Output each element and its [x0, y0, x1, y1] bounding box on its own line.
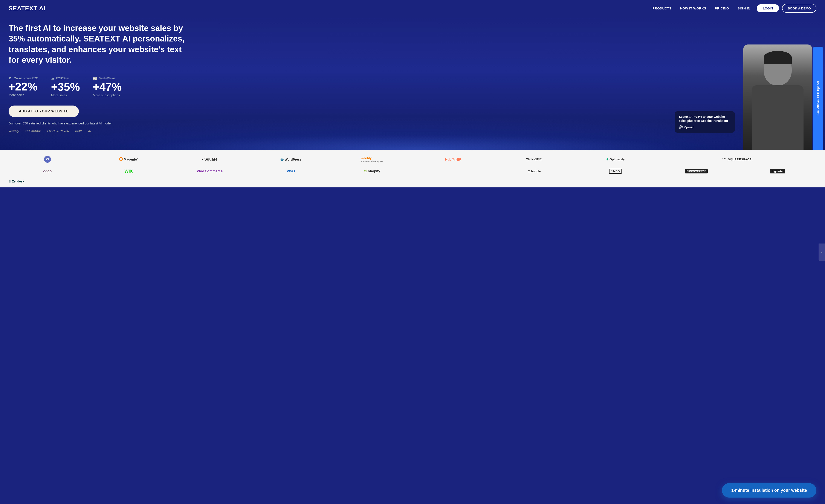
integration-squarespace[interactable]: 〰 SQUARESPACE [658, 157, 816, 162]
shopify-logo: 🛍 shopify [364, 169, 380, 173]
vwo-logo: VWO [287, 169, 295, 173]
integration-wordpress[interactable]: ⊕ WordPress [252, 157, 330, 162]
monitor-icon: 🖥 [9, 76, 12, 80]
weebly-logo: weebly eCommerce by ▪ Square [361, 156, 383, 162]
zendesk-logo: ⊛ Zendesk [9, 180, 24, 183]
integration-magento[interactable]: ⬡ Magento° [90, 156, 168, 162]
integration-woocommerce[interactable]: Woo Commerce [171, 169, 248, 173]
nav-buttons: LOGIN BOOK A DEMO [757, 4, 816, 13]
client-logo-mountain: ⛰ [88, 129, 91, 133]
stat-number-2: +35% [51, 81, 80, 92]
nav-sign-in[interactable]: SIGN IN [738, 6, 750, 10]
odoo-logo: odoo [43, 169, 52, 173]
openai-logo-text: OpenAI [684, 126, 693, 129]
person-image [743, 45, 812, 150]
person-name-label: Sam Altman, CEO OpenAI [816, 81, 820, 116]
nav-links: PRODUCTS HOW IT WORKS PRICING SIGN IN [653, 6, 750, 10]
client-logo-teashop: TEA☀SHOP [25, 129, 41, 133]
integration-zendesk[interactable]: ⊛ Zendesk [9, 180, 24, 183]
thinkific-logo: THINKIFIC [526, 158, 542, 161]
integrations-row-2: odoo WIX Woo Commerce VWO 🛍 shopify ⊙. [0, 169, 825, 180]
client-logo-velivery: velivery [9, 129, 19, 133]
nav-how-it-works[interactable]: HOW IT WORKS [680, 6, 706, 10]
stat-media: 📰 Media/News +47% More subscriptions [93, 76, 122, 97]
stat-label-1: More sales [9, 93, 38, 97]
brand-logo: SEATEXT AI [9, 5, 46, 12]
openai-logo-icon [679, 125, 683, 129]
integration-thinkific[interactable]: THINKIFIC [496, 158, 573, 161]
stat-label-3: More subscriptions [93, 93, 122, 97]
hero-sub-text: Join over 850 satisfied clients who have… [9, 122, 116, 125]
integration-shopify[interactable]: 🛍 shopify [333, 169, 411, 173]
stat-category-1: 🖥 Online stores/B2C [9, 76, 38, 80]
bigcartel-logo: bigcartel [770, 169, 785, 173]
integration-bigcommerce[interactable]: BIGCOMMERCE [658, 169, 735, 173]
stat-category-2: ☁ B2B/Saas [51, 76, 80, 80]
optimizely-logo: ✦ Optimizely [606, 157, 625, 161]
openai-badge: Seatext AI +35% to your website sales pl… [675, 111, 735, 133]
wordpress-logo: ⊕ WordPress [280, 157, 302, 162]
hero-stats: 🖥 Online stores/B2C +22% More sales ☁ B2… [9, 76, 816, 97]
integration-vwo[interactable]: VWO [252, 169, 330, 173]
integration-odoo[interactable]: odoo [9, 169, 86, 173]
stat-number-1: +22% [9, 81, 38, 92]
integrations-row-3: ⊛ Zendesk [0, 180, 825, 188]
stat-online-stores: 🖥 Online stores/B2C +22% More sales [9, 76, 38, 97]
w-logo: W [44, 156, 51, 163]
bubble-logo: ⊙.bubble [528, 169, 541, 173]
integration-jimdo[interactable]: JIMDO [577, 169, 654, 174]
hero-glow-decoration [82, 107, 743, 150]
magento-logo: ⬡ Magento° [119, 156, 138, 162]
client-logo-fjallraven: ⬡ FJALL RAVEN [47, 129, 69, 133]
openai-logo-row: OpenAI [679, 125, 731, 129]
nav-products[interactable]: PRODUCTS [653, 6, 671, 10]
squarespace-logo: 〰 SQUARESPACE [722, 157, 752, 162]
hero-title: The first AI to increase your website sa… [9, 23, 185, 66]
integration-square[interactable]: ▪ Square [171, 157, 248, 162]
person-card: Sam Altman, CEO OpenAI [743, 38, 825, 150]
integration-w[interactable]: W [9, 156, 86, 163]
hubspot-logo: HubSp⬤t [445, 157, 461, 161]
jimdo-logo: JIMDO [609, 169, 621, 174]
client-logo-dsw: DSW [75, 129, 82, 133]
hero-section: The first AI to increase your website sa… [0, 16, 825, 150]
navbar: SEATEXT AI PRODUCTS HOW IT WORKS PRICING… [0, 0, 825, 16]
stat-label-2: More sales [51, 93, 80, 97]
integration-optimizely[interactable]: ✦ Optimizely [577, 157, 654, 161]
integration-hubspot[interactable]: HubSp⬤t [414, 157, 492, 161]
woocommerce-logo: Woo Commerce [197, 169, 223, 173]
demo-button[interactable]: BOOK A DEMO [782, 4, 816, 13]
openai-badge-title: Seatext AI +35% to your website sales pl… [679, 115, 731, 123]
login-button[interactable]: LOGIN [757, 4, 779, 12]
integration-weebly[interactable]: weebly eCommerce by ▪ Square [333, 156, 411, 162]
integration-bubble[interactable]: ⊙.bubble [496, 169, 573, 173]
nav-pricing[interactable]: PRICING [715, 6, 729, 10]
stat-category-3: 📰 Media/News [93, 76, 122, 80]
integration-wix[interactable]: WIX [90, 169, 168, 174]
bigcommerce-logo: BIGCOMMERCE [685, 169, 708, 173]
stat-b2b: ☁ B2B/Saas +35% More sales [51, 76, 80, 97]
cloud-icon: ☁ [51, 76, 55, 80]
wix-logo: WIX [125, 169, 133, 174]
integrations-row-1: W ⬡ Magento° ▪ Square ⊕ WordPress weebly… [0, 150, 825, 169]
add-ai-button[interactable]: ADD AI TO YOUR WEBSITE [9, 105, 79, 117]
news-icon: 📰 [93, 76, 97, 80]
integration-bigcartel[interactable]: bigcartel [739, 169, 816, 173]
stat-number-3: +47% [93, 81, 122, 92]
square-logo: ▪ Square [202, 157, 217, 162]
blue-stripe: Sam Altman, CEO OpenAI [813, 47, 823, 150]
